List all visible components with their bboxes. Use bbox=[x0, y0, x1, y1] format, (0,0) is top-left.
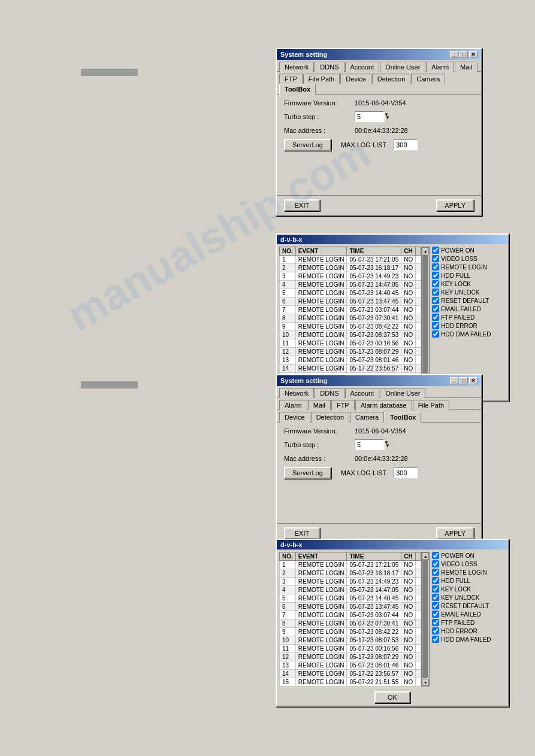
checkbox[interactable] bbox=[432, 297, 439, 304]
col-event-1: EVENT bbox=[295, 247, 347, 256]
checkbox[interactable] bbox=[432, 289, 439, 296]
cell-scroll bbox=[416, 264, 421, 272]
tab-camera-3[interactable]: Camera bbox=[350, 412, 384, 423]
tab-onlineuser-3[interactable]: Online User bbox=[380, 388, 425, 398]
exit-btn-1[interactable]: EXIT bbox=[284, 199, 320, 211]
log-panel-1: NO. EVENT TIME CH 1 REMOTE LOGIN 05-07-2… bbox=[277, 244, 508, 384]
cell-event: REMOTE LOGIN bbox=[295, 356, 347, 365]
tab-network-1[interactable]: Network bbox=[279, 62, 314, 72]
turbo-input-3[interactable] bbox=[355, 439, 385, 450]
maxlog-input-3[interactable] bbox=[394, 467, 418, 478]
apply-btn-3[interactable]: APPLY bbox=[436, 527, 474, 539]
cell-ch: NO bbox=[401, 289, 416, 297]
mac-label-3: Mac address : bbox=[284, 455, 350, 462]
scroll-up-1[interactable]: ▲ bbox=[422, 247, 429, 254]
checkbox[interactable] bbox=[432, 577, 439, 584]
turbo-select-wrap-1[interactable]: ▼ bbox=[355, 111, 390, 122]
table-row: 12 REMOTE LOGIN 05-17-23 08:07:29 NO bbox=[280, 348, 421, 356]
cell-event: REMOTE LOGIN bbox=[295, 578, 347, 586]
scrollbar-4[interactable]: ▲ ▼ bbox=[421, 552, 430, 687]
ok-btn-4[interactable]: OK bbox=[374, 691, 410, 703]
scroll-thumb-1[interactable] bbox=[422, 255, 428, 373]
serverlog-btn-3[interactable]: ServerLog bbox=[284, 467, 331, 479]
scroll-up-4[interactable]: ▲ bbox=[422, 552, 429, 560]
checkbox[interactable] bbox=[432, 569, 439, 576]
checkbox[interactable] bbox=[432, 627, 439, 634]
close-btn-1[interactable]: ✕ bbox=[469, 51, 477, 58]
title-bar-buttons-1: _ □ ✕ bbox=[450, 51, 477, 58]
scroll-down-4[interactable]: ▼ bbox=[422, 679, 429, 686]
checkbox[interactable] bbox=[432, 272, 439, 279]
tab-alarmdb-3[interactable]: Alarm database bbox=[355, 400, 412, 410]
check-item: REMOTE LOGIN bbox=[432, 263, 504, 271]
table-row: 11 REMOTE LOGIN 05-07-23 00:16:56 NO bbox=[280, 339, 421, 348]
tab-network-3[interactable]: Network bbox=[279, 388, 314, 398]
maxlog-input-1[interactable] bbox=[394, 139, 418, 150]
tab-detection-1[interactable]: Detection bbox=[372, 74, 410, 84]
log-title-text-4: d-v-b-x bbox=[280, 541, 303, 548]
checkbox[interactable] bbox=[432, 594, 439, 601]
checkbox[interactable] bbox=[432, 602, 439, 609]
check-list-1: POWER ONVIDEO LOSSREMOTE LOGINHDD FULLKE… bbox=[432, 247, 504, 381]
exit-btn-3[interactable]: EXIT bbox=[284, 527, 320, 539]
cell-event: REMOTE LOGIN bbox=[295, 264, 347, 272]
tab-filepath-1[interactable]: File Path bbox=[303, 74, 340, 84]
tab-account-3[interactable]: Account bbox=[345, 388, 380, 398]
checkbox[interactable] bbox=[432, 314, 439, 321]
minimize-btn-1[interactable]: _ bbox=[450, 51, 458, 58]
maximize-btn-1[interactable]: □ bbox=[460, 51, 468, 58]
tab-alarm-1[interactable]: Alarm bbox=[426, 62, 454, 72]
tab-device-1[interactable]: Device bbox=[340, 74, 371, 84]
tab-account-1[interactable]: Account bbox=[345, 62, 380, 72]
turbo-input-1[interactable] bbox=[355, 111, 385, 122]
cell-scroll bbox=[416, 678, 421, 687]
checkbox[interactable] bbox=[432, 255, 439, 262]
scroll-thumb-4[interactable] bbox=[422, 560, 428, 678]
checkbox[interactable] bbox=[432, 585, 439, 593]
apply-btn-1[interactable]: APPLY bbox=[436, 199, 474, 211]
log-scroll-1: NO. EVENT TIME CH 1 REMOTE LOGIN 05-07-2… bbox=[279, 247, 430, 381]
turbo-select-wrap-3[interactable]: ▼ bbox=[355, 439, 390, 450]
tab-onlineuser-1[interactable]: Online User bbox=[380, 62, 425, 72]
tab-ddns-3[interactable]: DDNS bbox=[315, 388, 344, 398]
checkbox[interactable] bbox=[432, 263, 439, 271]
checkbox[interactable] bbox=[432, 636, 439, 643]
scrollbar-1[interactable]: ▲ ▼ bbox=[421, 247, 430, 381]
cell-ch: NO bbox=[401, 365, 416, 373]
checkbox[interactable] bbox=[432, 305, 439, 312]
checkbox[interactable] bbox=[432, 322, 439, 329]
close-btn-3[interactable]: ✕ bbox=[469, 377, 477, 384]
firmware-label-3: Firmware Version: bbox=[284, 427, 350, 435]
tab-alarm-3[interactable]: Alarm bbox=[279, 400, 307, 410]
check-item: KEY LOCK bbox=[432, 585, 504, 593]
checkbox[interactable] bbox=[432, 619, 439, 626]
tab-ftp-1[interactable]: FTP bbox=[279, 74, 303, 84]
checkbox[interactable] bbox=[432, 560, 439, 567]
tab-mail-3[interactable]: Mail bbox=[308, 400, 331, 410]
tab-camera-1[interactable]: Camera bbox=[411, 74, 445, 84]
tab-toolbox-3[interactable]: ToolBox bbox=[385, 412, 421, 423]
check-item: KEY UNLOCK bbox=[432, 289, 504, 296]
tab-ddns-1[interactable]: DDNS bbox=[315, 62, 344, 72]
tab-toolbox-1[interactable]: ToolBox bbox=[279, 84, 316, 95]
cell-event: REMOTE LOGIN bbox=[295, 569, 347, 578]
col-no-4: NO. bbox=[280, 552, 296, 561]
cell-time: 05-07-23 03:07:44 bbox=[347, 611, 401, 620]
title-bar-buttons-3: _ □ ✕ bbox=[450, 377, 477, 384]
tab-device-3[interactable]: Device bbox=[279, 412, 310, 423]
minimize-btn-3[interactable]: _ bbox=[450, 377, 458, 384]
checkbox[interactable] bbox=[432, 611, 439, 618]
tab-filepath-3[interactable]: File Path bbox=[413, 400, 449, 410]
tab-mail-1[interactable]: Mail bbox=[455, 62, 477, 72]
serverlog-btn-1[interactable]: ServerLog bbox=[284, 139, 331, 151]
checkbox[interactable] bbox=[432, 247, 439, 254]
checkbox[interactable] bbox=[432, 280, 439, 287]
checkbox[interactable] bbox=[432, 330, 439, 338]
check-label: HDD FULL bbox=[441, 272, 470, 279]
cell-scroll bbox=[416, 289, 421, 297]
tab-detection-3[interactable]: Detection bbox=[311, 412, 349, 423]
checkbox[interactable] bbox=[432, 552, 439, 559]
log-title-text-1: d-v-b-x bbox=[280, 236, 303, 243]
tab-ftp-3[interactable]: FTP bbox=[331, 400, 355, 410]
maximize-btn-3[interactable]: □ bbox=[460, 377, 468, 384]
